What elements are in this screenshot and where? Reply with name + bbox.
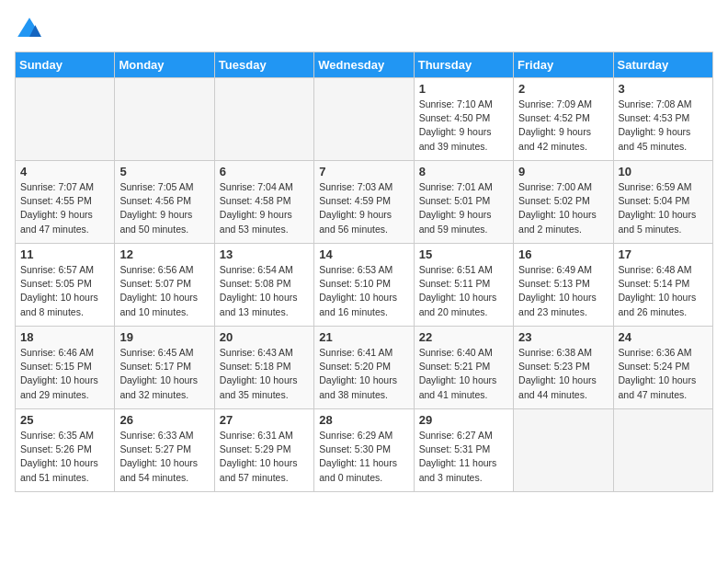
day-detail: Sunrise: 7:03 AM Sunset: 4:59 PM Dayligh… [319,180,408,236]
day-of-week-header: Thursday [414,52,513,78]
day-number: 5 [119,165,209,178]
calendar-cell: 26Sunrise: 6:33 AM Sunset: 5:27 PM Dayli… [115,409,214,492]
day-detail: Sunrise: 6:45 AM Sunset: 5:17 PM Dayligh… [119,346,209,402]
calendar-cell: 24Sunrise: 6:36 AM Sunset: 5:24 PM Dayli… [613,327,712,409]
day-number: 23 [518,330,608,344]
day-of-week-header: Saturday [613,52,712,78]
day-detail: Sunrise: 6:51 AM Sunset: 5:11 PM Dayligh… [419,263,508,319]
day-detail: Sunrise: 6:40 AM Sunset: 5:21 PM Dayligh… [419,346,508,402]
day-detail: Sunrise: 6:35 AM Sunset: 5:26 PM Dayligh… [20,429,109,485]
day-detail: Sunrise: 6:57 AM Sunset: 5:05 PM Dayligh… [20,263,109,319]
calendar-cell: 5Sunrise: 7:05 AM Sunset: 4:56 PM Daylig… [115,161,214,244]
day-number: 29 [419,413,508,427]
calendar-week-row: 4Sunrise: 7:07 AM Sunset: 4:55 PM Daylig… [16,161,713,244]
day-detail: Sunrise: 7:04 AM Sunset: 4:58 PM Dayligh… [220,180,309,236]
logo [15,15,48,44]
calendar-cell: 18Sunrise: 6:46 AM Sunset: 5:15 PM Dayli… [16,327,115,409]
day-number: 7 [319,165,408,178]
day-number: 14 [319,247,408,261]
calendar-week-row: 11Sunrise: 6:57 AM Sunset: 5:05 PM Dayli… [16,244,713,327]
day-number: 25 [20,413,109,427]
calendar-cell: 10Sunrise: 6:59 AM Sunset: 5:04 PM Dayli… [613,161,712,244]
day-number: 16 [518,247,608,261]
calendar-cell: 20Sunrise: 6:43 AM Sunset: 5:18 PM Dayli… [214,327,313,409]
day-number: 4 [20,165,109,178]
day-number: 18 [20,330,109,344]
day-detail: Sunrise: 7:01 AM Sunset: 5:01 PM Dayligh… [419,180,508,236]
calendar-week-row: 18Sunrise: 6:46 AM Sunset: 5:15 PM Dayli… [16,327,713,409]
calendar-cell: 27Sunrise: 6:31 AM Sunset: 5:29 PM Dayli… [214,409,313,492]
calendar-cell [514,409,613,492]
calendar-cell: 1Sunrise: 7:10 AM Sunset: 4:50 PM Daylig… [414,78,513,161]
page-header [15,15,713,44]
day-detail: Sunrise: 6:38 AM Sunset: 5:23 PM Dayligh… [518,346,608,402]
calendar-cell: 12Sunrise: 6:56 AM Sunset: 5:07 PM Dayli… [115,244,214,327]
day-detail: Sunrise: 6:48 AM Sunset: 5:14 PM Dayligh… [619,263,708,319]
day-number: 11 [20,247,109,261]
day-detail: Sunrise: 7:08 AM Sunset: 4:53 PM Dayligh… [619,98,708,154]
calendar-cell [16,78,115,161]
day-number: 6 [220,165,309,178]
day-number: 12 [119,247,209,261]
day-detail: Sunrise: 6:29 AM Sunset: 5:30 PM Dayligh… [319,429,408,485]
day-of-week-header: Tuesday [214,52,313,78]
day-detail: Sunrise: 6:49 AM Sunset: 5:13 PM Dayligh… [518,263,608,319]
calendar-cell [314,78,414,161]
day-of-week-header: Monday [115,52,214,78]
calendar-week-row: 25Sunrise: 6:35 AM Sunset: 5:26 PM Dayli… [16,409,713,492]
day-detail: Sunrise: 7:10 AM Sunset: 4:50 PM Dayligh… [419,98,508,154]
calendar-cell: 4Sunrise: 7:07 AM Sunset: 4:55 PM Daylig… [16,161,115,244]
calendar-cell [115,78,214,161]
day-detail: Sunrise: 6:54 AM Sunset: 5:08 PM Dayligh… [220,263,309,319]
day-number: 3 [619,82,708,96]
day-number: 9 [518,165,608,178]
calendar-cell: 29Sunrise: 6:27 AM Sunset: 5:31 PM Dayli… [414,409,513,492]
day-detail: Sunrise: 6:59 AM Sunset: 5:04 PM Dayligh… [619,180,708,236]
day-number: 10 [619,165,708,178]
day-detail: Sunrise: 7:09 AM Sunset: 4:52 PM Dayligh… [518,98,608,154]
calendar-cell: 25Sunrise: 6:35 AM Sunset: 5:26 PM Dayli… [16,409,115,492]
day-detail: Sunrise: 6:36 AM Sunset: 5:24 PM Dayligh… [619,346,708,402]
calendar-cell: 9Sunrise: 7:00 AM Sunset: 5:02 PM Daylig… [514,161,613,244]
calendar-cell: 23Sunrise: 6:38 AM Sunset: 5:23 PM Dayli… [514,327,613,409]
calendar-cell: 11Sunrise: 6:57 AM Sunset: 5:05 PM Dayli… [16,244,115,327]
calendar-cell [214,78,313,161]
day-number: 24 [619,330,708,344]
day-detail: Sunrise: 6:56 AM Sunset: 5:07 PM Dayligh… [119,263,209,319]
calendar-week-row: 1Sunrise: 7:10 AM Sunset: 4:50 PM Daylig… [16,78,713,161]
calendar-cell: 16Sunrise: 6:49 AM Sunset: 5:13 PM Dayli… [514,244,613,327]
calendar-cell: 22Sunrise: 6:40 AM Sunset: 5:21 PM Dayli… [414,327,513,409]
calendar-cell: 7Sunrise: 7:03 AM Sunset: 4:59 PM Daylig… [314,161,414,244]
day-of-week-header: Sunday [16,52,115,78]
day-detail: Sunrise: 7:07 AM Sunset: 4:55 PM Dayligh… [20,180,109,236]
calendar-cell: 15Sunrise: 6:51 AM Sunset: 5:11 PM Dayli… [414,244,513,327]
calendar-cell: 13Sunrise: 6:54 AM Sunset: 5:08 PM Dayli… [214,244,313,327]
day-number: 20 [220,330,309,344]
calendar-cell: 17Sunrise: 6:48 AM Sunset: 5:14 PM Dayli… [613,244,712,327]
day-detail: Sunrise: 6:41 AM Sunset: 5:20 PM Dayligh… [319,346,408,402]
calendar-cell: 6Sunrise: 7:04 AM Sunset: 4:58 PM Daylig… [214,161,313,244]
logo-icon [15,15,44,44]
day-number: 8 [419,165,508,178]
day-detail: Sunrise: 6:53 AM Sunset: 5:10 PM Dayligh… [319,263,408,319]
day-number: 28 [319,413,408,427]
calendar-cell: 3Sunrise: 7:08 AM Sunset: 4:53 PM Daylig… [613,78,712,161]
day-of-week-header: Wednesday [314,52,414,78]
calendar-table: SundayMondayTuesdayWednesdayThursdayFrid… [15,52,713,492]
calendar-cell: 14Sunrise: 6:53 AM Sunset: 5:10 PM Dayli… [314,244,414,327]
day-detail: Sunrise: 6:31 AM Sunset: 5:29 PM Dayligh… [220,429,309,485]
day-number: 15 [419,247,508,261]
day-number: 19 [119,330,209,344]
calendar-cell: 21Sunrise: 6:41 AM Sunset: 5:20 PM Dayli… [314,327,414,409]
day-number: 2 [518,82,608,96]
day-detail: Sunrise: 6:46 AM Sunset: 5:15 PM Dayligh… [20,346,109,402]
calendar-cell [613,409,712,492]
day-detail: Sunrise: 6:27 AM Sunset: 5:31 PM Dayligh… [419,429,508,485]
day-detail: Sunrise: 7:05 AM Sunset: 4:56 PM Dayligh… [119,180,209,236]
calendar-cell: 19Sunrise: 6:45 AM Sunset: 5:17 PM Dayli… [115,327,214,409]
calendar-cell: 28Sunrise: 6:29 AM Sunset: 5:30 PM Dayli… [314,409,414,492]
day-detail: Sunrise: 7:00 AM Sunset: 5:02 PM Dayligh… [518,180,608,236]
day-of-week-header: Friday [514,52,613,78]
day-number: 22 [419,330,508,344]
day-number: 27 [220,413,309,427]
